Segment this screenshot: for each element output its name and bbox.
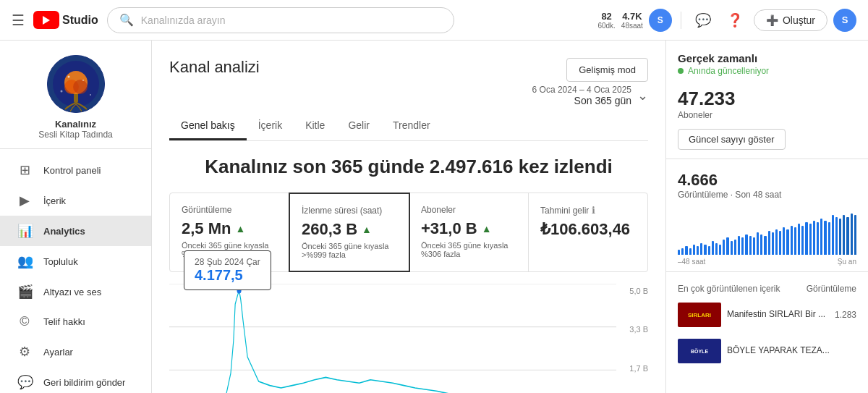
dashboard-icon: ⊞ (17, 162, 32, 178)
channel-info: Kanalınız Sesli Kitap Tadında (0, 41, 151, 149)
y-label-1: 5,0 B (619, 287, 648, 295)
mini-bar-45 (846, 217, 848, 255)
mini-bar-34 (805, 222, 807, 255)
views-count: 4.666 (678, 171, 856, 190)
content-item-2[interactable]: BÖYLE BÖYLE YAPARAK TEZA... (666, 333, 868, 369)
sidebar-item-label-settings: Ayarlar (43, 347, 73, 358)
stats-section: Görüntüleme 2,5 Mn ▲ Önceki 365 güne kıy… (169, 193, 648, 272)
sidebar-item-label-feedback: Geri bildirim gönder (43, 377, 125, 388)
svg-point-9 (90, 94, 91, 96)
svg-rect-2 (74, 93, 78, 103)
watchtime-number: 260,3 B (302, 220, 357, 239)
mini-bar-27 (779, 231, 781, 255)
stat1-value: 82 (601, 11, 611, 22)
stat-card-subscribers: Aboneler +31,0 B ▲ Önceki 365 güne kıyas… (409, 193, 529, 271)
search-bar[interactable]: 🔍 (107, 7, 454, 33)
sidebar-item-label-content: İçerik (43, 195, 66, 206)
chart-area: 5,0 B 3,3 B 1,7 B 0,0 (169, 284, 648, 393)
sidebar-item-community[interactable]: 👥 Topluluk (0, 246, 151, 276)
show-count-button[interactable]: Güncel sayıyı göster (678, 129, 786, 150)
sidebar: Kanalınız Sesli Kitap Tadında ⊞ Kontrol … (0, 41, 152, 393)
tabs: Genel bakış İçerik Kitle Gelir Trendler (169, 112, 648, 141)
sidebar-item-copyright[interactable]: © Telif hakkı (0, 307, 151, 337)
help-btn[interactable]: ❓ (722, 7, 748, 33)
channel-avatar[interactable] (47, 55, 105, 113)
mini-bar-23 (764, 236, 766, 255)
mini-bar-10 (715, 243, 718, 255)
header-stat-1: 82 60dk. (597, 11, 615, 30)
tab-kitle[interactable]: Kitle (294, 112, 336, 140)
mini-bar-15 (734, 240, 736, 255)
create-plus-icon: ➕ (766, 14, 778, 26)
tab-genel-bakis[interactable]: Genel bakış (169, 112, 247, 140)
chart-svg (169, 284, 616, 393)
sidebar-item-label-dashboard: Kontrol paneli (43, 165, 101, 176)
nav-items: ⊞ Kontrol paneli ▶ İçerik 📊 Analytics 👥 … (0, 149, 151, 393)
advanced-mode-button[interactable]: Gelişmiş mod (566, 58, 648, 82)
sidebar-item-feedback[interactable]: 💬 Geri bildirim gönder (0, 367, 151, 393)
mini-chart-labels: –48 saat Şu an (678, 258, 856, 266)
sidebar-item-subtitles[interactable]: 🎬 Altyazı ve ses (0, 276, 151, 307)
svg-point-7 (82, 80, 84, 81)
content-title-1: Manifestin SIRLARI Bir ... (727, 309, 829, 321)
content-thumb-1: SIRLARI (678, 303, 721, 327)
sidebar-item-content[interactable]: ▶ İçerik (0, 185, 151, 216)
realtime-divider-2 (666, 271, 868, 272)
sidebar-item-analytics[interactable]: 📊 Analytics (0, 216, 151, 246)
tab-trendler[interactable]: Trendler (381, 112, 442, 140)
stat-value-watchtime: 260,3 B ▲ (302, 220, 397, 239)
main-content: Kanal analizi Gelişmiş mod 6 Oca 2024 – … (152, 41, 665, 393)
mini-bar-chart: –48 saat Şu an (666, 206, 868, 271)
most-viewed-header: En çok görüntülenen içerik Görüntüleme (666, 278, 868, 297)
avatar-letter: S (842, 14, 848, 25)
subtitles-icon: 🎬 (17, 284, 32, 300)
search-input[interactable] (141, 14, 442, 26)
controls-right: Gelişmiş mod 6 Oca 2024 – 4 Oca 2025 Son… (532, 58, 648, 106)
stat1-sub: 60dk. (597, 22, 615, 30)
mini-bar-24 (768, 231, 770, 255)
stat-headline: Kanalınız son 365 günde 2.497.616 kez iz… (169, 156, 648, 178)
mini-bar-21 (757, 232, 759, 255)
messages-btn[interactable]: 💬 (690, 7, 716, 33)
content-title-2: BÖYLE YAPARAK TEZA... (727, 345, 851, 357)
right-panel: Gerçek zamanlı Anında güncelleniyor 47.2… (665, 41, 868, 393)
mini-bar-44 (843, 215, 845, 255)
sidebar-item-label-analytics: Analytics (43, 226, 85, 237)
mini-bar-42 (835, 217, 838, 255)
views-up-icon: ▲ (235, 223, 245, 234)
mini-bar-16 (738, 236, 740, 255)
content-item-1[interactable]: SIRLARI Manifestin SIRLARI Bir ... 1.283 (666, 297, 868, 333)
mini-bar-4 (693, 245, 695, 255)
mini-bar-40 (828, 222, 830, 255)
stat-value-views: 2,5 Mn ▲ (182, 219, 277, 238)
subscribers-number: +31,0 B (421, 219, 477, 238)
stat-card-watchtime: İzlenme süresi (saat) 260,3 B ▲ Önceki 3… (289, 193, 410, 272)
mini-bar-47 (854, 215, 856, 255)
mini-bar-1 (681, 248, 684, 255)
stat-change-subscribers: Önceki 365 güne kıyasla %306 fazla (421, 241, 516, 258)
sidebar-item-settings[interactable]: ⚙ Ayarlar (0, 337, 151, 367)
chart-y-labels: 5,0 B 3,3 B 1,7 B 0,0 (619, 284, 648, 393)
chart-label-left: –48 saat (678, 258, 705, 266)
app-header: ☰ Studio 🔍 82 60dk. 4.7K 48saat S 💬 ❓ ➕ … (0, 0, 868, 41)
sidebar-item-label-community: Topluluk (43, 256, 78, 267)
tab-icerik[interactable]: İçerik (247, 112, 294, 140)
views-stat: 4.666 Görüntüleme · Son 48 saat (666, 165, 868, 206)
create-button[interactable]: ➕ Oluştur (754, 9, 827, 31)
user-avatar[interactable]: S (833, 9, 856, 32)
sidebar-item-label-subtitles: Altyazı ve ses (43, 287, 101, 297)
content-views-1: 1.283 (835, 310, 856, 320)
tab-gelir[interactable]: Gelir (336, 112, 381, 140)
date-range-chevron[interactable]: ⌄ (637, 88, 648, 103)
mini-bar-18 (745, 234, 747, 255)
stat-card-revenue: Tahmini gelir ℹ ₺106.603,46 (529, 193, 647, 271)
svg-point-5 (73, 80, 88, 94)
views-number: 2,5 Mn (182, 219, 231, 238)
mini-bar-38 (820, 219, 822, 255)
sidebar-item-dashboard[interactable]: ⊞ Kontrol paneli (0, 155, 151, 185)
page-title: Kanal analizi (169, 58, 260, 77)
menu-icon[interactable]: ☰ (12, 12, 25, 29)
body: Kanalınız Sesli Kitap Tadında ⊞ Kontrol … (0, 41, 868, 393)
yt-logo: Studio (33, 11, 98, 29)
header-left: ☰ Studio (12, 11, 98, 29)
